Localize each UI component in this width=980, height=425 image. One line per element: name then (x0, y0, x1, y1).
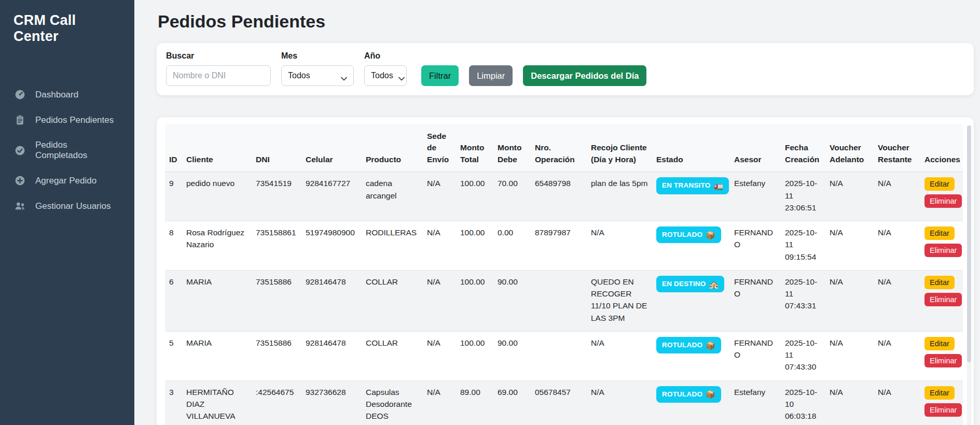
table-row: 9 pedido nuevo 73541519 9284167727 caden… (165, 172, 963, 221)
cell-monto-debe: 70.00 (493, 172, 531, 221)
cell-monto-debe: 90.00 (493, 331, 531, 380)
col-header-voucher-restante: Voucher Restante (874, 124, 920, 172)
cell-voucher-adelanto: N/A (825, 270, 874, 331)
sidebar-item-agregar-pedido[interactable]: Agregar Pedido (0, 168, 134, 193)
cell-cliente: HERMITAÑO DIAZ VILLANUEVA (182, 380, 252, 425)
cell-fecha: 2025-10-11 07:43:30 (781, 331, 825, 380)
cell-cliente: Rosa Rodríguez Nazario (182, 221, 252, 271)
cell-sede: N/A (423, 172, 456, 221)
cell-monto-total: 100.00 (456, 172, 493, 221)
edit-button[interactable]: Editar (924, 386, 955, 400)
cell-dni: :42564675 (252, 380, 301, 425)
cell-celular: 928146478 (301, 331, 362, 380)
table-row: 5 MARIA 73515886 928146478 COLLAR N/A 10… (165, 331, 963, 380)
gauge-icon (15, 89, 25, 100)
year-select[interactable]: Todos (364, 65, 407, 86)
cell-voucher-adelanto: N/A (825, 221, 874, 271)
month-label: Mes (281, 51, 354, 61)
cell-voucher-adelanto: N/A (825, 331, 874, 380)
col-header-producto: Producto (362, 124, 423, 172)
package-icon: 📦 (706, 390, 715, 398)
plus-circle-icon (15, 175, 25, 186)
scrollbar-thumb[interactable] (967, 125, 971, 362)
col-header-monto-total: Monto Total (456, 124, 493, 172)
filter-button[interactable]: Filtrar (421, 65, 459, 86)
cell-sede: N/A (423, 221, 456, 271)
table-row: 6 MARIA 73515886 928146478 COLLAR N/A 10… (165, 270, 963, 331)
table-header-row: ID Cliente DNI Celular Producto Sede de … (165, 124, 963, 172)
cell-id: 3 (165, 380, 182, 425)
table-row: 3 HERMITAÑO DIAZ VILLANUEVA :42564675 93… (165, 380, 963, 425)
edit-button[interactable]: Editar (924, 276, 955, 289)
sidebar-item-pedidos-completados[interactable]: Pedidos Completados (0, 133, 134, 168)
cell-celular: 51974980900 (301, 221, 362, 271)
sidebar: CRM Call Center Dashboard Pedidos Pendie… (0, 0, 134, 425)
cell-cliente: MARIA (182, 331, 252, 380)
col-header-monto-debe: Monto Debe (493, 124, 531, 172)
year-select-value: Todos (371, 71, 393, 80)
delete-button[interactable]: Eliminar (924, 293, 962, 306)
cell-voucher-restante: N/A (874, 380, 920, 425)
cell-recojo: QUEDO EN RECOGER 11/10 PLAN DE LAS 3PM (587, 270, 652, 331)
search-label: Buscar (166, 51, 271, 61)
cell-id: 6 (165, 270, 182, 331)
col-header-dni: DNI (252, 124, 301, 172)
cell-id: 9 (165, 172, 182, 221)
col-header-recojo: Recojo Cliente (Día y Hora) (587, 124, 652, 172)
cell-monto-debe: 90.00 (493, 270, 531, 331)
cell-monto-total: 100.00 (456, 221, 493, 271)
page-title: Pedidos Pendientes (158, 11, 974, 32)
app-brand: CRM Call Center (0, 0, 134, 50)
cell-nro-operacion: 65489798 (531, 172, 587, 221)
delete-button[interactable]: Eliminar (924, 244, 962, 257)
cell-producto: COLLAR (362, 331, 423, 380)
filter-panel: Buscar Mes Todos Año Todos (157, 43, 974, 95)
chevron-down-icon (341, 74, 347, 78)
cell-producto: COLLAR (362, 270, 423, 331)
cell-id: 8 (165, 221, 182, 271)
year-label: Año (364, 51, 407, 61)
sidebar-item-pedidos-pendientes[interactable]: Pedidos Pendientes (0, 107, 134, 133)
search-input[interactable] (166, 65, 271, 86)
status-badge: EN TRANSITO🚛 (656, 177, 729, 194)
cell-voucher-restante: N/A (874, 221, 920, 271)
delete-button[interactable]: Eliminar (924, 403, 962, 417)
cell-recojo: N/A (587, 380, 652, 425)
cell-celular: 932736628 (301, 380, 362, 425)
col-header-fecha: Fecha Creación (781, 124, 825, 172)
cell-monto-debe: 69.00 (493, 380, 531, 425)
clear-button[interactable]: Limpiar (469, 65, 513, 86)
cell-asesor: Estefany (730, 380, 781, 425)
edit-button[interactable]: Editar (924, 226, 955, 240)
cell-nro-operacion (531, 331, 587, 380)
sidebar-item-dashboard[interactable]: Dashboard (0, 82, 134, 107)
table-row: 8 Rosa Rodríguez Nazario 735158861 51974… (165, 221, 963, 271)
cell-nro-operacion: 87897987 (531, 221, 587, 271)
cell-asesor: Estefany (730, 172, 781, 221)
cell-monto-debe: 0.00 (493, 221, 531, 271)
month-select[interactable]: Todos (281, 65, 354, 86)
cell-acciones: Editar Eliminar (920, 172, 963, 221)
cell-estado: EN TRANSITO🚛 (652, 172, 730, 221)
cell-monto-total: 100.00 (456, 270, 493, 331)
month-select-value: Todos (288, 71, 310, 80)
download-orders-button[interactable]: Descargar Pedidos del Día (523, 65, 646, 86)
cell-asesor: FERNANDO (730, 270, 781, 331)
col-header-voucher-adelanto: Voucher Adelanto (825, 124, 874, 172)
cell-asesor: FERNANDO (730, 221, 781, 271)
table-scrollbar[interactable] (967, 125, 971, 425)
delete-button[interactable]: Eliminar (924, 354, 962, 367)
sidebar-item-gestionar-usuarios[interactable]: Gestionar Usuarios (0, 193, 134, 219)
cell-acciones: Editar Eliminar (920, 221, 963, 271)
cell-monto-total: 100.00 (456, 331, 493, 380)
edit-button[interactable]: Editar (924, 177, 955, 191)
cell-dni: 73515886 (252, 270, 301, 331)
cell-nro-operacion (531, 270, 587, 331)
edit-button[interactable]: Editar (924, 337, 955, 350)
cell-producto: RODILLERAS (362, 221, 423, 271)
cell-voucher-restante: N/A (874, 331, 920, 380)
col-header-id: ID (165, 124, 182, 172)
truck-icon: 🚛 (713, 182, 723, 190)
cell-sede: N/A (423, 331, 456, 380)
delete-button[interactable]: Eliminar (924, 194, 962, 208)
